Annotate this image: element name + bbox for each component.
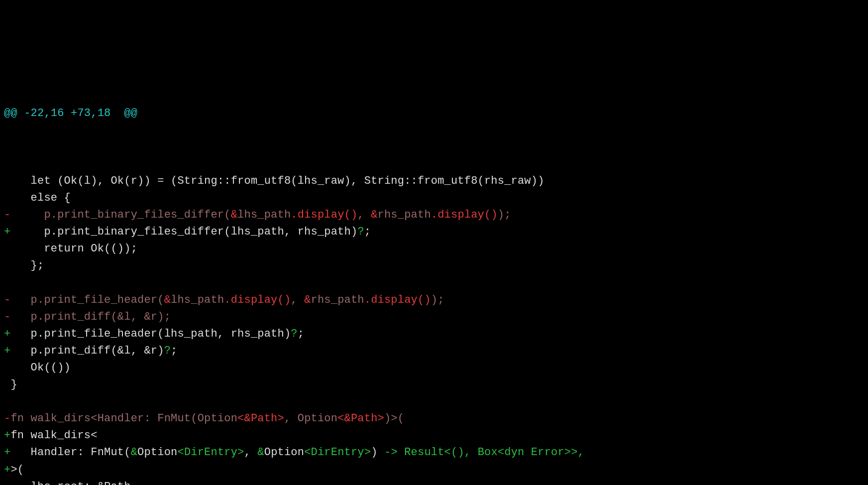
diff-segment: & bbox=[164, 294, 171, 306]
diff-plus-sign: + bbox=[4, 464, 10, 476]
diff-view: @@ -22,16 +73,18 @@ let (Ok(l), Ok(r)) =… bbox=[4, 71, 864, 485]
diff-segment: rhs_path bbox=[378, 209, 431, 221]
diff-segment: Option bbox=[264, 446, 304, 459]
diff-plus-sign: + bbox=[4, 345, 10, 357]
diff-segment: else { bbox=[10, 192, 71, 204]
diff-line: else { bbox=[4, 190, 864, 207]
diff-segment: -> Result<(), Box<dyn Error>>, bbox=[378, 446, 584, 459]
diff-segment: fn walk_dirs< bbox=[10, 429, 97, 442]
diff-line: + p.print_diff(&l, &r)?; bbox=[4, 343, 864, 360]
diff-line: Ok(()) bbox=[4, 360, 864, 376]
diff-segment: ? bbox=[164, 345, 171, 357]
diff-segment: p.print_diff(&l, &r); bbox=[10, 311, 171, 323]
diff-line: + Handler: FnMut(&Option<DirEntry>, &Opt… bbox=[4, 444, 864, 461]
diff-segment: .display() bbox=[364, 294, 431, 306]
diff-plus-sign: + bbox=[4, 328, 10, 340]
diff-minus-sign: - bbox=[4, 311, 10, 323]
diff-segment: } bbox=[10, 378, 17, 391]
diff-context-sign bbox=[4, 277, 10, 289]
diff-segment: , bbox=[357, 209, 371, 221]
diff-segment: & bbox=[231, 209, 237, 221]
diff-line bbox=[4, 393, 864, 410]
diff-segment: <&Path> bbox=[337, 412, 384, 425]
diff-line: - p.print_diff(&l, &r); bbox=[4, 309, 864, 326]
diff-segment: .display() bbox=[431, 209, 498, 221]
diff-segment: ); bbox=[431, 294, 444, 306]
diff-segment: ; bbox=[298, 328, 304, 340]
diff-context-sign bbox=[4, 362, 10, 374]
diff-context-sign bbox=[4, 481, 10, 485]
diff-line: + p.print_binary_files_differ(lhs_path, … bbox=[4, 224, 864, 241]
diff-segment: & bbox=[131, 446, 137, 459]
diff-segment: p.print_diff(&l, &r) bbox=[10, 345, 164, 357]
diff-line: let (Ok(l), Ok(r)) = (String::from_utf8(… bbox=[4, 173, 864, 190]
diff-segment: & bbox=[371, 209, 377, 221]
diff-segment: Ok(()) bbox=[10, 362, 71, 374]
diff-context-sign bbox=[4, 378, 10, 391]
diff-segment: .display() bbox=[224, 294, 291, 306]
diff-segment: .display() bbox=[291, 209, 357, 221]
diff-line: - p.print_file_header(&lhs_path.display(… bbox=[4, 292, 864, 309]
diff-line: + p.print_file_header(lhs_path, rhs_path… bbox=[4, 326, 864, 343]
diff-segment: return Ok(()); bbox=[10, 242, 137, 255]
diff-line: -fn walk_dirs<Handler: FnMut(Option<&Pat… bbox=[4, 410, 864, 427]
diff-segment: ); bbox=[498, 209, 511, 221]
diff-segment: p.print_binary_files_differ(lhs_path, rh… bbox=[10, 226, 357, 238]
diff-line: +>( bbox=[4, 462, 864, 479]
diff-line: - p.print_binary_files_differ(&lhs_path.… bbox=[4, 207, 864, 224]
diff-segment: lhs_path bbox=[171, 294, 224, 306]
diff-context-sign bbox=[4, 192, 10, 204]
diff-line: }; bbox=[4, 257, 864, 274]
diff-line: return Ok(()); bbox=[4, 241, 864, 257]
diff-segment: <DirEntry> bbox=[304, 446, 371, 459]
diff-plus-sign: + bbox=[4, 446, 10, 459]
diff-segment: p.print_file_header( bbox=[10, 294, 164, 306]
diff-hunk-header: @@ -22,16 +73,18 @@ bbox=[4, 105, 864, 122]
diff-segment: & bbox=[257, 446, 264, 459]
diff-segment: , Option bbox=[284, 412, 337, 425]
diff-line bbox=[4, 156, 864, 173]
diff-lines: let (Ok(l), Ok(r)) = (String::from_utf8(… bbox=[4, 156, 864, 485]
diff-context-sign bbox=[4, 158, 10, 170]
diff-segment: <DirEntry> bbox=[177, 446, 244, 459]
diff-line bbox=[4, 275, 864, 292]
diff-line: +fn walk_dirs< bbox=[4, 427, 864, 444]
diff-plus-sign: + bbox=[4, 226, 10, 238]
diff-segment: p.print_binary_files_differ( bbox=[10, 209, 230, 221]
diff-context-sign bbox=[4, 175, 10, 187]
diff-segment: fn walk_dirs<Handler: FnMut(Option bbox=[10, 412, 237, 425]
diff-segment: ; bbox=[171, 345, 177, 357]
diff-minus-sign: - bbox=[4, 209, 10, 221]
diff-segment: & bbox=[304, 294, 311, 306]
diff-segment: Handler: FnMut( bbox=[10, 446, 130, 459]
diff-segment: }; bbox=[10, 259, 44, 272]
diff-context-sign bbox=[4, 242, 10, 255]
diff-segment: ; bbox=[364, 226, 371, 238]
diff-segment: )>( bbox=[384, 412, 404, 425]
diff-context-sign bbox=[4, 259, 10, 272]
diff-segment: , bbox=[291, 294, 304, 306]
diff-segment: ) bbox=[371, 446, 377, 459]
diff-segment: , bbox=[244, 446, 258, 459]
diff-segment: lhs_path bbox=[237, 209, 291, 221]
diff-line: } bbox=[4, 376, 864, 393]
diff-segment: Option bbox=[137, 446, 177, 459]
diff-segment: let (Ok(l), Ok(r)) = (String::from_utf8(… bbox=[10, 175, 544, 187]
diff-context-sign bbox=[4, 395, 10, 408]
diff-segment: ? bbox=[291, 328, 297, 340]
diff-plus-sign: + bbox=[4, 429, 10, 442]
diff-segment: lhs_root: &Path, bbox=[10, 481, 137, 485]
diff-minus-sign: - bbox=[4, 294, 10, 306]
diff-line: lhs_root: &Path, bbox=[4, 479, 864, 485]
diff-minus-sign: - bbox=[4, 412, 10, 425]
diff-segment: ? bbox=[357, 226, 364, 238]
diff-segment: p.print_file_header(lhs_path, rhs_path) bbox=[10, 328, 291, 340]
diff-segment: rhs_path bbox=[311, 294, 364, 306]
diff-segment: >( bbox=[10, 464, 24, 476]
diff-segment: <&Path> bbox=[237, 412, 284, 425]
